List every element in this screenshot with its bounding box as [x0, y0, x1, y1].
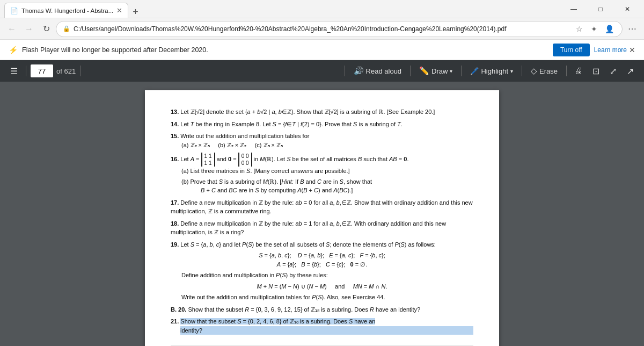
highlight-chevron[interactable]: ▾ — [510, 68, 513, 74]
nav-right-buttons: ⋯ — [625, 21, 640, 37]
problem-19-rules: M + N = (M − N) ∪ (N − M) and MN = M ∩ N… — [171, 282, 473, 291]
read-aloud-button[interactable]: 🔊 Read aloud — [349, 63, 406, 78]
problem-16-sub-b-indent: B + C and BC are in S by computing A(B +… — [201, 186, 473, 195]
tab-icon: 📄 — [10, 7, 18, 15]
fullscreen-button[interactable]: ⤢ — [605, 63, 620, 78]
problem-15-sub: (a) ℤ₂ × ℤ₃ (b) ℤ₂ × ℤ₂ (c) ℤ₃ × ℤ₃ — [181, 141, 473, 150]
flash-text: Flash Player will no longer be supported… — [22, 46, 548, 54]
sidebar-toggle-button[interactable]: ☰ — [6, 63, 21, 78]
pdf-content: 13. Let ℤ[√2] denote the set {a + b√2 | … — [0, 82, 644, 346]
flash-icon: ⚡ — [9, 46, 18, 54]
tab-title: Thomas W. Hungerford - Abstra... — [21, 8, 113, 14]
minimize-button[interactable]: — — [561, 0, 586, 18]
problem-21-identity-line: identity? — [180, 326, 473, 335]
erase-button[interactable]: ◇ Erase — [526, 63, 562, 78]
page-total: of 621 — [56, 67, 76, 75]
active-tab[interactable]: 📄 Thomas W. Hungerford - Abstra... ✕ — [4, 3, 128, 18]
address-text: C:/Users/angel/Downloads/Thomas%20W.%20H… — [74, 25, 569, 33]
draw-button[interactable]: ✏️ Draw ▾ — [415, 63, 457, 78]
problem-15: 15. Write out the addition and multiplic… — [171, 132, 473, 149]
problem-19: 19. Let S = {a, b, c} and let P(S) be th… — [171, 240, 473, 302]
problem-21-number: 21. — [171, 318, 179, 325]
person-button[interactable]: 👤 — [603, 23, 616, 35]
problem-17-text: Define a new multiplication in ℤ by the … — [171, 199, 473, 215]
problem-19-write: Write out the addition and multiplicatio… — [181, 293, 473, 302]
read-button[interactable]: ✦ — [588, 23, 601, 35]
read-aloud-label: Read aloud — [366, 67, 402, 75]
problem-14-text: Let T be the ring in Example 8. Let S = … — [180, 121, 402, 127]
bookmark-button[interactable]: ☆ — [573, 23, 586, 35]
problem-16-text: Let A = 1 1 1 1 and 0 = 0 0 0 0 in M(ℝ).… — [180, 156, 408, 162]
problem-21: 21. Show that the subset S = {0, 2, 4, 6… — [171, 317, 473, 335]
file-icon: 🔒 — [63, 25, 70, 32]
flash-bar-close[interactable]: ✕ — [629, 46, 635, 54]
erase-icon: ◇ — [531, 66, 537, 76]
address-right-buttons: ☆ ✦ 👤 — [573, 23, 616, 35]
pdf-page-1: 13. Let ℤ[√2] denote the set {a + b√2 | … — [145, 90, 499, 346]
problem-21-text: Show that the subset S = {0, 2, 4, 6, 8}… — [180, 318, 375, 325]
problem-14: 14. Let T be the ring in Example 8. Let … — [171, 120, 473, 129]
problem-18-number: 18. — [171, 220, 179, 227]
maximize-button[interactable]: □ — [588, 0, 613, 18]
tab-area: 📄 Thomas W. Hungerford - Abstra... ✕ + — [4, 0, 561, 18]
page-input-area: of 621 — [31, 64, 76, 77]
toolbar-divider-6 — [522, 66, 522, 76]
problem-20-text: Show that the subset R = {0, 3, 6, 9, 12… — [188, 306, 420, 313]
problem-18-text: Define a new multiplication in ℤ by the … — [171, 220, 446, 236]
problem-16-number: 16. — [171, 156, 179, 162]
window-controls: — □ ✕ — [561, 0, 640, 18]
flash-bar: ⚡ Flash Player will no longer be support… — [0, 40, 644, 60]
problem-13: 13. Let ℤ[√2] denote the set {a + b√2 | … — [171, 107, 473, 117]
turn-off-button[interactable]: Turn off — [553, 44, 590, 56]
tab-close-button[interactable]: ✕ — [116, 7, 122, 14]
problem-15-text: Write out the addition and multiplicatio… — [180, 133, 309, 139]
title-bar: 📄 Thomas W. Hungerford - Abstra... ✕ + —… — [0, 0, 644, 18]
highlight-label: Highlight — [481, 67, 508, 75]
problem-19-define: Define addition and multiplication in P(… — [181, 271, 473, 280]
toolbar-divider-7 — [566, 66, 567, 76]
more-tools-button[interactable]: ↗ — [623, 63, 638, 78]
erase-label: Erase — [539, 67, 558, 75]
draw-chevron[interactable]: ▾ — [450, 68, 452, 74]
draw-icon: ✏️ — [419, 66, 429, 76]
new-tab-button[interactable]: + — [129, 6, 142, 18]
back-button[interactable]: ← — [4, 21, 19, 37]
address-bar[interactable]: 🔒 C:/Users/angel/Downloads/Thomas%20W.%2… — [56, 21, 623, 37]
page-number-input[interactable] — [31, 64, 53, 77]
problem-19-number: 19. — [171, 241, 179, 248]
settings-button[interactable]: ⋯ — [625, 21, 640, 37]
toolbar-divider-2 — [80, 66, 80, 76]
problem-21-highlight: Show that the subset S = {0, 2, 4, 6, 8}… — [180, 318, 375, 325]
problem-20: B. 20. Show that the subset R = {0, 3, 6… — [171, 305, 473, 314]
toolbar-divider-5 — [461, 66, 462, 76]
problem-19-sets: S = {a, b, c}; D = {a, b}; E = {a, c}; F… — [171, 251, 473, 269]
problem-16-sub-b: (b) Prove that S is a subring of M(ℝ). [… — [181, 177, 473, 195]
draw-label: Draw — [431, 67, 448, 75]
learn-more-area: Learn more ✕ — [594, 46, 635, 54]
refresh-button[interactable]: ↻ — [39, 21, 54, 37]
highlight-icon: 🖊️ — [470, 67, 479, 75]
highlight-button[interactable]: 🖊️ Highlight ▾ — [466, 63, 517, 78]
nav-bar: ← → ↻ 🔒 C:/Users/angel/Downloads/Thomas%… — [0, 18, 644, 40]
browser-window: 📄 Thomas W. Hungerford - Abstra... ✕ + —… — [0, 0, 644, 346]
problem-13-number: 13. — [171, 109, 179, 115]
problem-17: 17. Define a new multiplication in ℤ by … — [171, 198, 473, 216]
toolbar-divider-4 — [410, 66, 411, 76]
pdf-toolbar: ☰ of 621 🔊 Read aloud ✏️ Draw ▾ 🖊️ Highl… — [0, 60, 644, 82]
problem-13-text: Let ℤ[√2] denote the set {a + b√2 | a, b… — [180, 109, 435, 115]
toolbar-divider-3 — [345, 66, 345, 76]
problem-16-sub-a: (a) List three matrices in S. [Many corr… — [181, 167, 473, 176]
read-aloud-icon: 🔊 — [354, 66, 364, 76]
close-button[interactable]: ✕ — [615, 0, 640, 18]
problem-20-number: B. 20. — [171, 306, 186, 313]
problem-14-number: 14. — [171, 121, 179, 127]
forward-button[interactable]: → — [21, 21, 36, 37]
problem-18: 18. Define a new multiplication in ℤ by … — [171, 219, 473, 237]
problem-19-text: Let S = {a, b, c} and let P(S) be the se… — [180, 241, 436, 248]
print-button[interactable]: 🖨 — [571, 63, 586, 78]
toolbar-divider-1 — [26, 66, 26, 76]
learn-more-link[interactable]: Learn more — [594, 46, 627, 54]
problem-15-number: 15. — [171, 133, 179, 139]
fit-page-button[interactable]: ⊡ — [588, 63, 603, 78]
problem-16: 16. Let A = 1 1 1 1 and 0 = 0 0 0 0 in M… — [171, 153, 473, 195]
